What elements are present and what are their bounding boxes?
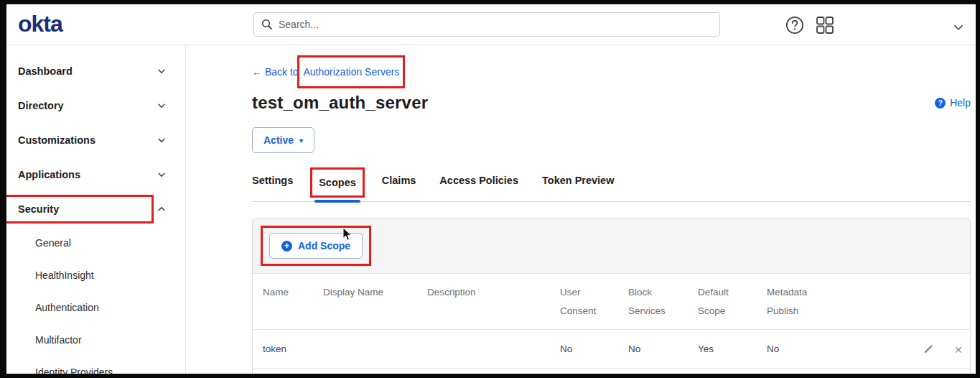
sidebar-item-healthinsight[interactable]: HealthInsight [6, 259, 185, 291]
cell-metadata-publish: Yes [767, 368, 863, 378]
cell-default-scope: Yes [698, 330, 767, 369]
column-header-description: Description [427, 274, 560, 330]
scopes-toolbar: + Add Scope [253, 218, 970, 274]
sidebar-item-dashboard[interactable]: Dashboard [6, 54, 185, 88]
table-row: token No No Yes No [253, 330, 971, 369]
sidebar-item-general[interactable]: General [6, 226, 185, 259]
top-bar: okta [6, 4, 976, 45]
edit-pencil-icon[interactable] [922, 341, 935, 354]
sidebar-item-directory[interactable]: Directory [6, 88, 185, 123]
sidebar-item-label: Applications [18, 169, 80, 180]
page-title: test_om_auth_server [252, 93, 428, 113]
okta-admin-window: okta [0, 0, 980, 378]
cell-user-consent: No [560, 368, 628, 378]
cell-display-name [323, 330, 427, 369]
column-header-default-scope: DefaultScope [698, 274, 767, 330]
column-header-user-consent: UserConsent [560, 274, 628, 330]
cell-display-name: openid [323, 368, 427, 378]
search-box[interactable] [253, 12, 720, 37]
cell-description [427, 330, 560, 369]
scopes-table: Name Display Name Description UserConsen… [253, 274, 971, 378]
column-header-display-name: Display Name [323, 274, 427, 330]
help-link[interactable]: ? Help [935, 97, 971, 109]
table-header-row: Name Display Name Description UserConsen… [253, 274, 971, 330]
scopes-card: + Add Scope [252, 218, 971, 378]
cell-block-services: No [628, 368, 698, 378]
search-input[interactable] [279, 19, 712, 30]
cell-block-services: No [628, 330, 698, 369]
okta-logo[interactable]: okta [18, 11, 62, 37]
column-header-actions [863, 274, 971, 330]
sidebar-item-label: Customizations [18, 134, 95, 146]
tab-access-policies[interactable]: Access Policies [439, 175, 518, 201]
cell-name: token [253, 330, 323, 369]
account-chevron-down-icon[interactable] [948, 17, 969, 37]
caret-down-icon: ▾ [299, 137, 303, 144]
sidebar-subitem-label: HealthInsight [35, 269, 94, 281]
tab-bar: Settings Scopes Claims Access Policies T… [252, 175, 971, 202]
cell-default-scope: No [698, 368, 767, 378]
annotation-box-authorization-servers: Authorization Servers [297, 55, 405, 88]
back-to-authorization-servers-link[interactable]: ← Back to Authorization Servers [252, 66, 401, 78]
sidebar-item-applications[interactable]: Applications [6, 157, 185, 192]
chevron-down-icon [157, 101, 167, 111]
sidebar-item-multifactor[interactable]: Multifactor [6, 323, 185, 356]
sidebar-item-label: Directory [18, 100, 64, 111]
annotation-box-scopes: Scopes [310, 167, 365, 198]
sidebar-item-label: Dashboard [18, 65, 73, 77]
sidebar-subitem-label: Multifactor [35, 334, 82, 346]
help-badge-icon: ? [935, 98, 946, 109]
main-content: ← Back to Authorization Servers test_om_… [186, 45, 976, 374]
chevron-down-icon [157, 170, 167, 180]
tab-scopes[interactable]: Scopes [317, 175, 358, 201]
cell-metadata-publish: No [767, 330, 863, 369]
sidebar-item-label: Security [18, 203, 59, 215]
chevron-up-icon [157, 204, 167, 214]
help-icon[interactable] [785, 15, 805, 35]
plus-icon: + [281, 241, 292, 252]
breadcrumb: ← Back to Authorization Servers [252, 64, 971, 80]
sidebar-item-customizations[interactable]: Customizations [6, 123, 185, 157]
column-header-block-services: BlockServices [628, 274, 698, 330]
add-scope-button[interactable]: + Add Scope [269, 233, 363, 259]
sidebar-subitem-label: Authentication [35, 302, 99, 313]
chevron-down-icon [157, 66, 167, 76]
column-header-metadata-publish: MetadataPublish [767, 274, 863, 330]
column-header-name: Name [253, 274, 323, 330]
sidebar-subitem-label: General [35, 237, 71, 249]
sidebar-item-authentication[interactable]: Authentication [6, 291, 185, 323]
table-row: openid openid Signals that a request is … [253, 368, 971, 378]
tab-settings[interactable]: Settings [252, 175, 293, 201]
status-dropdown-button[interactable]: Active ▾ [252, 127, 314, 153]
cell-user-consent: No [560, 330, 628, 369]
back-arrow-icon: ← [252, 66, 262, 78]
cell-name: openid [253, 368, 323, 378]
chevron-down-icon [157, 135, 167, 145]
sidebar-item-security[interactable]: Security [6, 192, 185, 226]
delete-x-icon[interactable]: ✕ [952, 344, 965, 356]
sidebar-subitem-label: Identity Providers [35, 367, 113, 378]
tab-claims[interactable]: Claims [382, 175, 416, 201]
tab-token-preview[interactable]: Token Preview [542, 175, 614, 201]
search-icon [261, 19, 273, 30]
cell-description: Signals that a request is [427, 368, 560, 378]
sidebar-item-identity-providers[interactable]: Identity Providers [6, 356, 185, 378]
apps-grid-icon[interactable] [815, 15, 835, 35]
sidebar-nav: Dashboard Directory Customizations Appli… [6, 45, 186, 374]
annotation-box-add-scope: + Add Scope [261, 226, 371, 266]
